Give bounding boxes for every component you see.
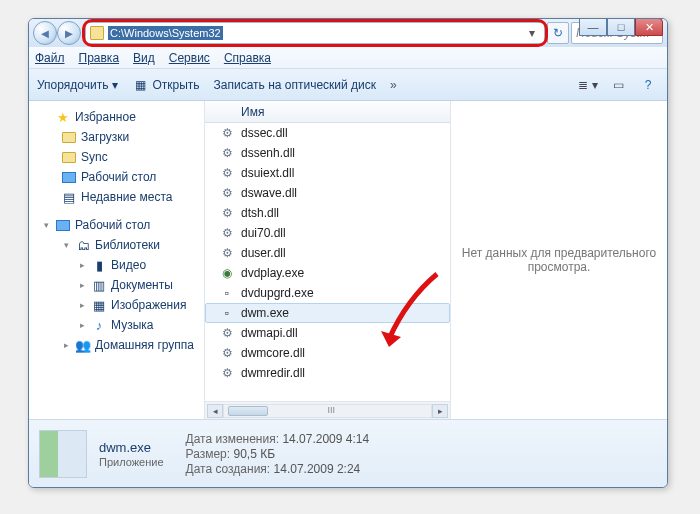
file-row[interactable]: ⚙dswave.dll <box>205 183 450 203</box>
forward-button[interactable]: ► <box>57 21 81 45</box>
expand-icon[interactable]: ▸ <box>77 260 87 270</box>
details-created: Дата создания: 14.07.2009 2:24 <box>186 462 370 476</box>
preview-empty-text: Нет данных для предварительного просмотр… <box>461 246 657 274</box>
file-row[interactable]: ⚙duser.dll <box>205 243 450 263</box>
music-icon: ♪ <box>91 317 107 333</box>
dll-icon: ⚙ <box>219 185 235 201</box>
sidebar-videos[interactable]: ▸▮Видео <box>33 255 200 275</box>
close-button[interactable]: ✕ <box>635 18 663 36</box>
desktop-icon <box>56 220 70 231</box>
sidebar-libraries[interactable]: ▾🗂Библиотеки <box>33 235 200 255</box>
dll-icon: ⚙ <box>219 365 235 381</box>
expand-icon[interactable]: ▸ <box>61 340 71 350</box>
desktop-icon <box>62 172 76 183</box>
chevron-down-icon: ▾ <box>112 78 118 92</box>
file-row[interactable]: ⚙dui70.dll <box>205 223 450 243</box>
dll-icon: ⚙ <box>219 345 235 361</box>
main-area: Имя ⚙dssec.dll ⚙dssenh.dll ⚙dsuiext.dll … <box>205 101 667 419</box>
exe-icon: ◉ <box>219 265 235 281</box>
details-filename: dwm.exe <box>99 440 164 455</box>
address-bar[interactable]: C:\Windows\System32 ▾ <box>85 22 545 44</box>
sidebar-sync[interactable]: Sync <box>33 147 200 167</box>
libraries-icon: 🗂 <box>75 237 91 253</box>
file-row[interactable]: ⚙dwmredir.dll <box>205 363 450 383</box>
open-icon: ▦ <box>132 77 148 93</box>
preview-pane-button[interactable]: ▭ <box>607 75 629 95</box>
file-row[interactable]: ⚙dtsh.dll <box>205 203 450 223</box>
folder-icon <box>90 26 104 40</box>
image-icon: ▦ <box>91 297 107 313</box>
help-button[interactable]: ? <box>637 75 659 95</box>
file-row[interactable]: ⚙dwmapi.dll <box>205 323 450 343</box>
open-button[interactable]: ▦ Открыть <box>132 77 199 93</box>
sidebar-downloads[interactable]: Загрузки <box>33 127 200 147</box>
file-row[interactable]: ⚙dssec.dll <box>205 123 450 143</box>
view-mode-button[interactable]: ≣ ▾ <box>577 75 599 95</box>
explorer-window: — □ ✕ ◄ ► C:\Windows\System32 ▾ ↻ Поиск:… <box>28 18 668 488</box>
sidebar-documents[interactable]: ▸▥Документы <box>33 275 200 295</box>
details-pane: dwm.exe Приложение Дата изменения: 14.07… <box>29 419 667 487</box>
expand-icon[interactable]: ▾ <box>61 240 71 250</box>
sidebar-desktop-root[interactable]: ▾Рабочий стол <box>33 215 200 235</box>
dll-icon: ⚙ <box>219 145 235 161</box>
scroll-left-button[interactable]: ◂ <box>207 404 223 418</box>
horizontal-scrollbar[interactable]: ◂ III ▸ <box>205 401 450 419</box>
details-size: Размер: 90,5 КБ <box>186 447 370 461</box>
file-list: Имя ⚙dssec.dll ⚙dssenh.dll ⚙dsuiext.dll … <box>205 101 451 419</box>
scroll-track[interactable]: III <box>223 404 432 418</box>
exe-icon: ▫ <box>219 305 235 321</box>
dll-icon: ⚙ <box>219 325 235 341</box>
expand-icon[interactable]: ▾ <box>41 220 51 230</box>
maximize-button[interactable]: □ <box>607 18 635 36</box>
minimize-button[interactable]: — <box>579 18 607 36</box>
dll-icon: ⚙ <box>219 245 235 261</box>
sidebar-favorites[interactable]: ★Избранное <box>33 107 200 127</box>
sidebar-desktop[interactable]: Рабочий стол <box>33 167 200 187</box>
expand-icon[interactable]: ▸ <box>77 280 87 290</box>
exe-icon: ▫ <box>219 285 235 301</box>
sidebar-music[interactable]: ▸♪Музыка <box>33 315 200 335</box>
scroll-right-button[interactable]: ▸ <box>432 404 448 418</box>
file-row[interactable]: ⚙dsuiext.dll <box>205 163 450 183</box>
menu-view[interactable]: Вид <box>133 51 155 65</box>
sidebar-images[interactable]: ▸▦Изображения <box>33 295 200 315</box>
dll-icon: ⚙ <box>219 205 235 221</box>
preview-pane: Нет данных для предварительного просмотр… <box>451 101 667 419</box>
back-button[interactable]: ◄ <box>33 21 57 45</box>
titlebar: ◄ ► C:\Windows\System32 ▾ ↻ Поиск: Syst.… <box>29 19 667 47</box>
menu-file[interactable]: Файл <box>35 51 65 65</box>
folder-icon <box>62 152 76 163</box>
refresh-button[interactable]: ↻ <box>547 22 569 44</box>
organize-button[interactable]: Упорядочить ▾ <box>37 78 118 92</box>
file-row-selected[interactable]: ▫dwm.exe <box>205 303 450 323</box>
menu-edit[interactable]: Правка <box>79 51 120 65</box>
folder-icon <box>62 132 76 143</box>
overflow-icon[interactable]: » <box>390 78 397 92</box>
sidebar: ★Избранное Загрузки Sync Рабочий стол ▤Н… <box>29 101 205 419</box>
details-modified: Дата изменения: 14.07.2009 4:14 <box>186 432 370 446</box>
document-icon: ▥ <box>91 277 107 293</box>
file-row[interactable]: ◉dvdplay.exe <box>205 263 450 283</box>
body: ★Избранное Загрузки Sync Рабочий стол ▤Н… <box>29 101 667 419</box>
expand-icon[interactable]: ▸ <box>77 300 87 310</box>
window-controls: — □ ✕ <box>579 18 663 36</box>
menubar: Файл Правка Вид Сервис Справка <box>29 47 667 69</box>
sidebar-recent[interactable]: ▤Недавние места <box>33 187 200 207</box>
expand-icon[interactable]: ▸ <box>77 320 87 330</box>
dll-icon: ⚙ <box>219 165 235 181</box>
video-icon: ▮ <box>91 257 107 273</box>
file-row[interactable]: ⚙dwmcore.dll <box>205 343 450 363</box>
address-dropdown-icon[interactable]: ▾ <box>524 26 540 40</box>
file-row[interactable]: ▫dvdupgrd.exe <box>205 283 450 303</box>
homegroup-icon: 👥 <box>75 337 91 353</box>
column-header-name[interactable]: Имя <box>205 101 450 123</box>
menu-help[interactable]: Справка <box>224 51 271 65</box>
burn-button[interactable]: Записать на оптический диск <box>214 78 377 92</box>
scroll-thumb[interactable] <box>228 406 268 416</box>
file-row[interactable]: ⚙dssenh.dll <box>205 143 450 163</box>
address-text[interactable]: C:\Windows\System32 <box>108 26 223 40</box>
sidebar-homegroup[interactable]: ▸👥Домашняя группа <box>33 335 200 355</box>
star-icon: ★ <box>55 109 71 125</box>
dll-icon: ⚙ <box>219 225 235 241</box>
menu-tools[interactable]: Сервис <box>169 51 210 65</box>
